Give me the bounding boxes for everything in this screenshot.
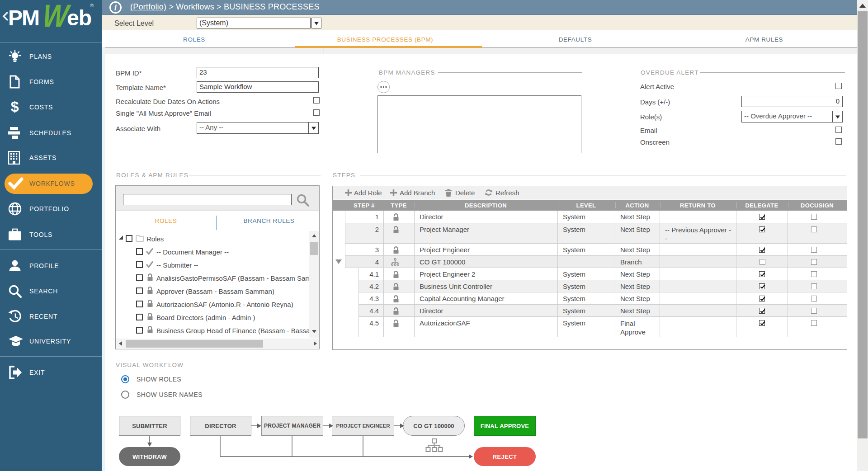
svg-text:$: $ <box>11 100 19 114</box>
